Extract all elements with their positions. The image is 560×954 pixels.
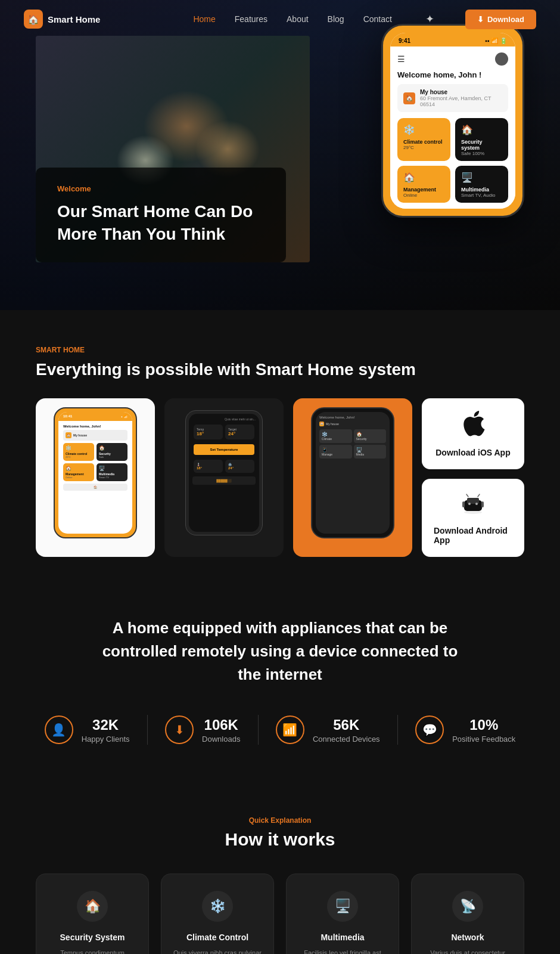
phone-inner: 9:41 ▪▪ 📶 🔋 ☰ Welcome home, John ! 🏠 My … bbox=[390, 33, 515, 209]
how-multimedia-title: Multimedia bbox=[298, 933, 387, 942]
android-icon bbox=[461, 491, 485, 520]
phone-menu-icon: ☰ bbox=[397, 54, 405, 64]
how-card-network: 📡 Network Varius duis at consectetur lor… bbox=[411, 874, 524, 954]
orange-phone-grid: ❄️ Climate 🏠 Security 📱 Manage bbox=[319, 429, 386, 459]
stats-section: A home equipped with appliances that can… bbox=[0, 581, 560, 780]
climate-icon: ❄️ bbox=[403, 124, 444, 135]
svg-rect-7 bbox=[462, 501, 465, 507]
nav-about[interactable]: About bbox=[287, 14, 309, 24]
stat-divider-1 bbox=[147, 715, 148, 745]
stat-lbl-clients: Happy Clients bbox=[82, 735, 130, 744]
stat-downloads: ⬇ 106K Downloads bbox=[165, 715, 240, 744]
stat-divider-2 bbox=[258, 715, 259, 745]
dark-box-1: Temp 18° bbox=[194, 425, 223, 439]
stat-lbl-feedback: Positive Feedback bbox=[452, 735, 515, 744]
stat-happy-clients-text: 32K Happy Clients bbox=[82, 717, 130, 744]
showcase-title: Everything is possible with Smart Home s… bbox=[36, 360, 524, 379]
sim-box-climate: ❄️ Climate control 29°C bbox=[63, 443, 94, 461]
phone-address-text: My house 60 Fremont Ave, Hamden, CT 0651… bbox=[420, 89, 502, 107]
phone-card-multimedia: 🖥️ Multimedia Smart TV, Audio bbox=[455, 166, 508, 203]
hero-section: Welcome Our Smart Home Can Do More Than … bbox=[0, 0, 560, 310]
orange-phone: Welcome home, John! 🏠 My house ❄️ Climat… bbox=[311, 407, 394, 538]
showcase-tag: Smart Home bbox=[36, 346, 524, 354]
how-security-icon: 🏠 bbox=[77, 891, 108, 922]
download-label: Download bbox=[487, 15, 524, 24]
download-icon: ⬇ bbox=[477, 15, 484, 24]
stat-lbl-devices: Connected Devices bbox=[313, 735, 380, 744]
theme-toggle-icon[interactable]: ✦ bbox=[425, 13, 434, 26]
navbar: 🏠 Smart Home Home Features About Blog Co… bbox=[0, 0, 560, 38]
showcase-card-2-img: Quis vitae mehi ut sin... Temp 18° Targe… bbox=[164, 398, 284, 547]
security-label: Security system bbox=[461, 139, 502, 151]
stat-num-feedback: 10% bbox=[452, 717, 515, 733]
phone-body: ☰ Welcome home, John ! 🏠 My house 60 Fre… bbox=[390, 47, 515, 209]
stat-happy-clients: 👤 32K Happy Clients bbox=[45, 715, 130, 744]
phone-house-addr: 60 Fremont Ave, Hamden, CT 06514 bbox=[420, 95, 502, 107]
dark-box-4: ❄️ 24° bbox=[225, 460, 254, 473]
nav-download-button[interactable]: ⬇ Download bbox=[465, 10, 536, 29]
logo[interactable]: 🏠 Smart Home bbox=[24, 10, 100, 29]
phone-card-security: 🏠 Security system Safe 100% bbox=[455, 118, 508, 161]
android-download-card[interactable]: Download Android App bbox=[422, 479, 524, 557]
phone-card-climate: ❄️ Climate control 29°C bbox=[397, 118, 450, 161]
oPhone-box-1: ❄️ Climate bbox=[319, 429, 352, 443]
stat-num-devices: 56K bbox=[313, 717, 380, 733]
sim-row-1: ❄️ Climate control 29°C 🏠 Security Safe bbox=[63, 443, 127, 461]
climate-label: Climate control bbox=[403, 139, 444, 145]
sim-row-2: 🏠 Management Online 🖥️ Multimedia Smart … bbox=[63, 463, 127, 481]
showcase-section: Smart Home Everything is possible with S… bbox=[0, 310, 560, 581]
dark-row-1: Temp 18° Target 24° bbox=[192, 423, 256, 441]
nav-home[interactable]: Home bbox=[193, 14, 215, 24]
stat-feedback: 💬 10% Positive Feedback bbox=[415, 715, 515, 744]
nav-links: Home Features About Blog Contact ✦ ⬇ Dow… bbox=[193, 10, 536, 29]
oPhone-box-3: 📱 Manage bbox=[319, 445, 352, 459]
how-climate-title: Climate Control bbox=[173, 933, 262, 942]
nav-blog[interactable]: Blog bbox=[328, 14, 344, 24]
management-icon: 🏠 bbox=[403, 172, 444, 183]
stat-num-downloads: 106K bbox=[202, 717, 240, 733]
feedback-icon: 💬 bbox=[415, 715, 444, 744]
how-multimedia-desc: Facilisis leo vel fringilla ast ullamcor… bbox=[298, 948, 387, 954]
nav-features[interactable]: Features bbox=[235, 14, 267, 24]
multimedia-icon: 🖥️ bbox=[461, 172, 502, 183]
happy-clients-icon: 👤 bbox=[45, 715, 73, 744]
phone-house-icon: 🏠 bbox=[403, 92, 415, 104]
how-network-title: Network bbox=[424, 933, 512, 942]
how-tag: Quick Explanation bbox=[36, 816, 524, 825]
multimedia-label: Multimedia bbox=[461, 187, 502, 193]
security-sub: Safe 100% bbox=[461, 151, 502, 156]
phone-address-card: 🏠 My house 60 Fremont Ave, Hamden, CT 06… bbox=[397, 84, 508, 112]
sim-box-media: 🖥️ Multimedia Smart TV bbox=[97, 463, 127, 481]
stat-feedback-text: 10% Positive Feedback bbox=[452, 717, 515, 744]
svg-point-4 bbox=[475, 503, 478, 505]
ios-download-label: Download iOS App bbox=[435, 448, 510, 457]
phone-avatar bbox=[495, 52, 508, 66]
phone-sim-status: 10:41▪ 📶 bbox=[58, 412, 132, 421]
stat-num-clients: 32K bbox=[82, 717, 130, 733]
stats-headline: A home equipped with appliances that can… bbox=[101, 617, 459, 686]
dark-row-2: 🌡️ 18° ❄️ 24° bbox=[192, 459, 256, 474]
ios-download-card[interactable]: Download iOS App bbox=[422, 398, 524, 469]
management-sub: Online bbox=[403, 193, 444, 198]
svg-line-5 bbox=[466, 494, 468, 497]
nav-contact[interactable]: Contact bbox=[363, 14, 392, 24]
phone-sim-1: 10:41▪ 📶 Welcome home, John! 🏠 My house … bbox=[54, 407, 137, 538]
oPhone-box-2: 🏠 Security bbox=[354, 429, 387, 443]
stat-downloads-text: 106K Downloads bbox=[202, 717, 240, 744]
download-column: Download iOS App Down bbox=[422, 398, 524, 557]
multimedia-sub: Smart TV, Audio bbox=[461, 193, 502, 198]
app-showcase-grid: 10:41▪ 📶 Welcome home, John! 🏠 My house … bbox=[36, 398, 524, 557]
stat-lbl-downloads: Downloads bbox=[202, 735, 240, 744]
dark-box-3: 🌡️ 18° bbox=[194, 460, 223, 473]
hero-title: Our Smart Home Can Do More Than You Thin… bbox=[57, 200, 265, 246]
showcase-card-3: Welcome home, John! 🏠 My house ❄️ Climat… bbox=[293, 398, 412, 557]
oPhone-box-4: 🖥️ Media bbox=[354, 445, 387, 459]
phone-icons: ▪▪ 📶 🔋 bbox=[485, 38, 507, 44]
how-climate-icon: ❄️ bbox=[202, 891, 233, 922]
phone-sim-body: Welcome home, John! 🏠 My house ❄️ Climat… bbox=[58, 421, 132, 494]
stat-divider-3 bbox=[397, 715, 398, 745]
dark-phone-sim: Quis vitae mehi ut sin... Temp 18° Targe… bbox=[185, 410, 263, 535]
how-grid: 🏠 Security System Tempus condimentum ull… bbox=[36, 874, 524, 954]
stat-devices-text: 56K Connected Devices bbox=[313, 717, 380, 744]
phone-house-name: My house bbox=[420, 89, 502, 95]
